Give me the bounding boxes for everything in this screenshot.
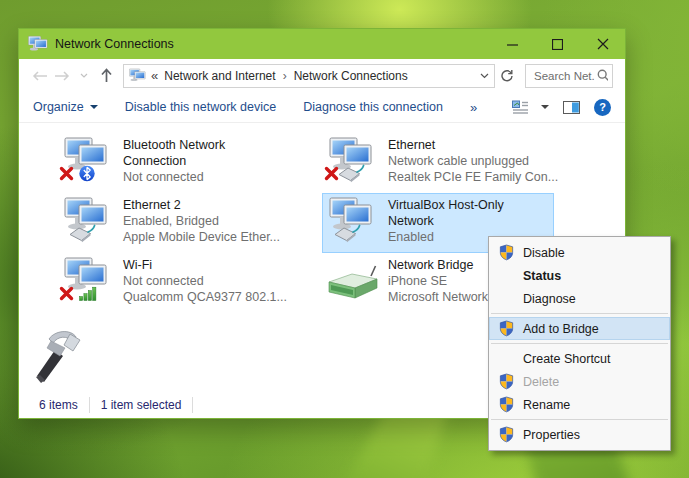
disable-device-label: Disable this network device bbox=[125, 100, 276, 114]
forward-arrow-icon bbox=[54, 70, 70, 82]
connection-device: Microsoft Network A bbox=[388, 289, 499, 305]
connection-name: Network Bridge bbox=[388, 257, 499, 273]
address-bar[interactable]: « Network and Internet › Network Connect… bbox=[123, 64, 495, 88]
navigation-toolbar: « Network and Internet › Network Connect… bbox=[19, 59, 625, 92]
menu-item-delete[interactable]: Delete bbox=[489, 370, 670, 393]
disable-device-button[interactable]: Disable this network device bbox=[125, 100, 276, 114]
command-bar-right: ? bbox=[512, 99, 611, 116]
network-connections-app-icon bbox=[28, 35, 48, 53]
wifi-signal-bars-icon bbox=[79, 286, 98, 301]
connection-name: Ethernet bbox=[388, 137, 540, 153]
connection-icon bbox=[327, 136, 379, 184]
breadcrumb-collapse-chevrons[interactable]: « bbox=[151, 68, 158, 83]
menu-item-label: Create Shortcut bbox=[523, 352, 611, 366]
minimize-icon bbox=[507, 39, 518, 50]
uac-shield-icon bbox=[496, 373, 516, 391]
connection-status: iPhone SE bbox=[388, 273, 499, 289]
recent-locations-button[interactable] bbox=[73, 64, 95, 88]
connection-icon bbox=[327, 256, 379, 304]
up-arrow-icon bbox=[100, 68, 113, 83]
connection-text: Network Bridge iPhone SE Microsoft Netwo… bbox=[388, 256, 499, 305]
connection-status: Network cable unplugged bbox=[388, 153, 558, 169]
red-x-overlay-icon bbox=[324, 166, 339, 181]
details-view-icon bbox=[512, 100, 529, 114]
breadcrumb-separator[interactable]: › bbox=[283, 69, 287, 83]
connection-name: Wi-Fi bbox=[123, 257, 275, 273]
menu-item-diagnose[interactable]: Diagnose bbox=[489, 287, 670, 310]
menu-item-disable[interactable]: Disable bbox=[489, 241, 670, 264]
up-button[interactable] bbox=[95, 64, 117, 88]
uac-shield-icon bbox=[496, 426, 516, 444]
menu-icon-spacer bbox=[496, 290, 516, 308]
refresh-icon bbox=[500, 69, 514, 83]
connection-device: Realtek PCIe FE Family Con... bbox=[388, 169, 558, 185]
help-button[interactable]: ? bbox=[594, 99, 611, 116]
ethernet-plug-icon bbox=[338, 164, 365, 183]
menu-item-status[interactable]: Status bbox=[489, 264, 670, 287]
address-location-icon bbox=[129, 68, 146, 83]
connection-text: Bluetooth Network Connection Not connect… bbox=[123, 136, 275, 185]
view-caret-icon bbox=[541, 105, 549, 109]
close-icon bbox=[597, 38, 609, 50]
connection-status: Enabled, Bridged bbox=[123, 213, 280, 229]
connection-text: Ethernet 2 Enabled, Bridged Apple Mobile… bbox=[123, 196, 280, 245]
window-title: Network Connections bbox=[55, 37, 490, 51]
titlebar[interactable]: Network Connections bbox=[19, 29, 625, 59]
preview-pane-icon[interactable] bbox=[563, 101, 580, 114]
menu-separator bbox=[491, 419, 668, 420]
help-icon: ? bbox=[599, 101, 606, 113]
bluetooth-badge-icon bbox=[79, 163, 95, 184]
back-button[interactable] bbox=[29, 64, 51, 88]
diagnose-button[interactable]: Diagnose this connection bbox=[303, 100, 443, 114]
connection-item-bluetooth[interactable]: Bluetooth Network Connection Not connect… bbox=[57, 133, 289, 193]
forward-button[interactable] bbox=[51, 64, 73, 88]
menu-item-label: Properties bbox=[523, 428, 580, 442]
status-divider bbox=[89, 397, 90, 413]
menu-item-create-shortcut[interactable]: Create Shortcut bbox=[489, 347, 670, 370]
connection-device: Qualcomm QCA9377 802.1... bbox=[123, 289, 287, 305]
menu-item-properties[interactable]: Properties bbox=[489, 423, 670, 446]
uac-shield-icon bbox=[496, 244, 516, 262]
refresh-button[interactable] bbox=[495, 64, 519, 88]
menu-item-label: Disable bbox=[523, 246, 565, 260]
diagnose-label: Diagnose this connection bbox=[303, 100, 443, 114]
connection-item-ethernet2[interactable]: Ethernet 2 Enabled, Bridged Apple Mobile… bbox=[57, 193, 289, 253]
change-view-button[interactable] bbox=[512, 100, 549, 114]
breadcrumb-current[interactable]: Network Connections bbox=[294, 69, 408, 83]
red-x-overlay-icon bbox=[59, 286, 74, 301]
connection-item-ethernet[interactable]: Ethernet Network cable unplugged Realtek… bbox=[322, 133, 554, 193]
context-menu: Disable Status Diagnose Add to Bridge Cr… bbox=[488, 236, 671, 451]
menu-icon-spacer bbox=[496, 350, 516, 368]
ethernet-plug-icon bbox=[69, 224, 96, 243]
connection-icon bbox=[62, 136, 114, 184]
selected-count-label: 1 item selected bbox=[101, 398, 182, 412]
toolbar-overflow-button[interactable]: » bbox=[470, 100, 477, 115]
uac-shield-icon bbox=[496, 320, 516, 338]
red-x-overlay-icon bbox=[59, 166, 74, 181]
connection-icon bbox=[62, 196, 114, 244]
minimize-button[interactable] bbox=[490, 29, 535, 59]
menu-separator bbox=[491, 313, 668, 314]
item-count-label: 6 items bbox=[39, 398, 78, 412]
search-input[interactable] bbox=[532, 69, 597, 83]
connection-item-wifi[interactable]: Wi-Fi Not connected Qualcomm QCA9377 802… bbox=[57, 253, 289, 313]
status-divider bbox=[192, 397, 193, 413]
search-box[interactable] bbox=[525, 64, 613, 88]
close-button[interactable] bbox=[580, 29, 625, 59]
organize-label: Organize bbox=[33, 100, 84, 114]
menu-item-rename[interactable]: Rename bbox=[489, 393, 670, 416]
maximize-icon bbox=[552, 39, 563, 50]
breadcrumb-parent[interactable]: Network and Internet bbox=[164, 69, 275, 83]
connection-device: Apple Mobile Device Ether... bbox=[123, 229, 280, 245]
command-bar: Organize Disable this network device Dia… bbox=[19, 92, 625, 123]
menu-item-add-to-bridge[interactable]: Add to Bridge bbox=[489, 317, 670, 340]
connection-icon bbox=[62, 256, 114, 304]
connection-icon bbox=[327, 196, 379, 244]
maximize-button[interactable] bbox=[535, 29, 580, 59]
hammer-cursor-icon bbox=[27, 327, 83, 384]
organize-button[interactable]: Organize bbox=[33, 100, 98, 114]
uac-shield-icon bbox=[496, 396, 516, 414]
connection-name: Bluetooth Network Connection bbox=[123, 137, 275, 169]
search-icon[interactable] bbox=[597, 69, 608, 82]
address-dropdown-chevron-icon[interactable] bbox=[480, 73, 489, 79]
